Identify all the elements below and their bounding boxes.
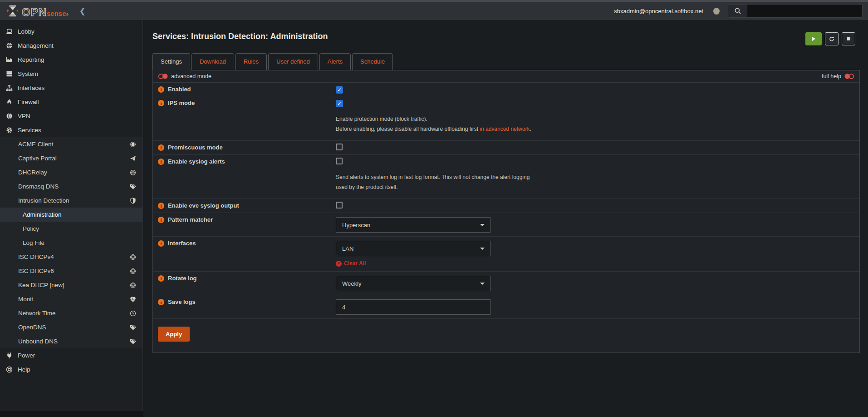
sidebar-collapse-icon[interactable]: ❮ — [79, 6, 86, 16]
sidebar-item-lobby[interactable]: Lobby — [0, 25, 142, 39]
hourglass-logo-icon — [6, 5, 19, 17]
syslog-alerts-checkbox[interactable] — [336, 158, 343, 164]
info-icon[interactable]: i — [158, 100, 164, 106]
sidebar-item-dhcrelay[interactable]: DHCRelay — [0, 165, 142, 179]
sidebar-item-unbound-dns[interactable]: Unbound DNS — [0, 334, 142, 348]
tab-user-defined[interactable]: User defined — [268, 53, 318, 70]
brand-text-opn: OPN — [22, 7, 47, 17]
eve-syslog-checkbox[interactable] — [336, 202, 343, 208]
promiscuous-mode-checkbox[interactable] — [336, 144, 343, 150]
plug-icon — [5, 352, 14, 359]
advanced-mode-toggle[interactable]: advanced mode — [158, 73, 211, 79]
clear-all-link[interactable]: ✕ Clear All — [336, 260, 854, 267]
bullseye-icon — [130, 268, 136, 274]
bullseye-icon — [130, 282, 136, 288]
sidebar-item-opendns[interactable]: OpenDNS — [0, 320, 142, 334]
refresh-icon — [829, 36, 835, 42]
sidebar-item-administration[interactable]: Administration — [0, 208, 142, 222]
row-rotate-log: i Rotate log Weekly — [153, 272, 859, 295]
sidebar-item-interfaces[interactable]: Interfaces — [0, 81, 142, 95]
gear-icon — [5, 127, 14, 134]
save-logs-input[interactable] — [336, 299, 491, 315]
info-icon[interactable]: i — [158, 203, 164, 209]
sidebar-item-services[interactable]: Services — [0, 123, 142, 137]
times-circle-icon: ✕ — [336, 261, 342, 267]
brand-registered-mark: ® — [66, 13, 69, 17]
tab-schedule[interactable]: Schedule — [352, 53, 393, 70]
sidebar-item-monit[interactable]: Monit — [0, 292, 142, 306]
sidebar-item-firewall[interactable]: Firewall — [0, 95, 142, 109]
info-icon[interactable]: i — [158, 86, 164, 93]
sidebar-item-dnsmasq-dns[interactable]: Dnsmasq DNS — [0, 179, 142, 194]
tags-icon — [130, 324, 136, 331]
enabled-checkbox[interactable]: ✓ — [336, 86, 343, 94]
top-navbar: OPNsense® ❮ sbxadmin@opncentral.softbox.… — [0, 0, 868, 20]
rotate-log-select[interactable]: Weekly — [336, 276, 491, 291]
restart-service-button[interactable] — [825, 32, 839, 45]
start-service-button[interactable] — [805, 32, 822, 45]
stop-icon — [846, 36, 851, 41]
info-icon[interactable]: i — [158, 217, 164, 223]
info-icon[interactable]: i — [158, 275, 164, 282]
stop-service-button[interactable] — [842, 32, 855, 45]
tags-icon — [130, 338, 136, 345]
sidebar-item-help[interactable]: Help — [0, 362, 142, 377]
apply-row: Apply — [153, 319, 859, 352]
chevron-down-icon — [480, 283, 485, 285]
row-interfaces: i Interfaces LAN ✕ Clear All — [153, 237, 859, 272]
certificate-badge-icon — [130, 141, 136, 148]
bullseye-icon — [130, 254, 136, 260]
sidebar-item-captive-portal[interactable]: Captive Portal — [0, 151, 142, 165]
fire-icon — [5, 99, 14, 105]
ips-help-text: Enable protection mode (block traffic). … — [336, 114, 854, 134]
toggle-off-icon — [158, 73, 168, 79]
service-action-buttons — [805, 32, 855, 45]
tab-download[interactable]: Download — [191, 53, 234, 70]
sidebar-item-vpn[interactable]: VPN — [0, 109, 142, 123]
info-icon[interactable]: i — [158, 240, 164, 247]
info-icon[interactable]: i — [158, 144, 164, 151]
main-content: Services: Intrusion Detection: Administr… — [143, 20, 868, 417]
sidebar-item-network-time[interactable]: Network Time — [0, 306, 142, 320]
row-promiscuous-mode: i Promiscuous mode — [153, 141, 859, 155]
sidebar-item-system[interactable]: System — [0, 67, 142, 81]
apply-button[interactable]: Apply — [158, 327, 190, 342]
sidebar-item-acme-client[interactable]: ACME Client — [0, 137, 142, 151]
sidebar-item-reporting[interactable]: Reporting — [0, 53, 142, 67]
sidebar-item-power[interactable]: Power — [0, 348, 142, 362]
sidebar-item-intrusion-detection[interactable]: Intrusion Detection — [0, 194, 142, 208]
info-icon[interactable]: i — [158, 299, 164, 305]
status-indicator-dot[interactable] — [713, 8, 720, 15]
logged-in-user-email[interactable]: sbxadmin@opncentral.softbox.net — [614, 8, 703, 15]
life-ring-icon — [5, 366, 14, 373]
search-icon — [728, 5, 747, 17]
opnsense-logo[interactable]: OPNsense® — [6, 5, 69, 17]
brand-text-sense: sense — [47, 10, 66, 17]
tags-icon — [130, 184, 136, 190]
sidebar-item-policy[interactable]: Policy — [0, 222, 142, 236]
sidebar-item-log-file[interactable]: Log File — [0, 236, 142, 250]
tab-alerts[interactable]: Alerts — [319, 53, 351, 70]
sidebar-item-isc-dhcpv4[interactable]: ISC DHCPv4 — [0, 250, 142, 264]
pattern-matcher-select[interactable]: Hyperscan — [336, 217, 491, 233]
paper-plane-icon — [130, 155, 136, 162]
row-ips-mode: i IPS mode ✓ Enable protection mode (blo… — [153, 96, 859, 141]
server-icon — [5, 70, 14, 77]
laptop-icon — [5, 28, 14, 35]
sidebar-item-management[interactable]: Management — [0, 39, 142, 53]
tab-bar: Settings Download Rules User defined Ale… — [152, 53, 868, 70]
ips-mode-checkbox[interactable]: ✓ — [336, 100, 343, 107]
advanced-network-link[interactable]: in advanced network — [480, 126, 530, 132]
search-input[interactable] — [747, 5, 862, 17]
info-icon[interactable]: i — [158, 159, 164, 165]
tab-rules[interactable]: Rules — [235, 53, 267, 70]
full-help-toggle[interactable]: full help — [822, 73, 854, 79]
services-submenu: ACME Client Captive Portal DHCRelay Dnsm… — [0, 137, 142, 348]
sidebar-item-kea-dhcp[interactable]: Kea DHCP [new] — [0, 278, 142, 292]
tab-settings[interactable]: Settings — [152, 53, 190, 70]
interfaces-select[interactable]: LAN — [336, 241, 491, 256]
sitemap-icon — [5, 84, 14, 91]
sidebar-item-isc-dhcpv6[interactable]: ISC DHCPv6 — [0, 264, 142, 278]
row-enabled: i Enabled ✓ — [153, 83, 859, 96]
chevron-down-icon — [480, 224, 485, 226]
